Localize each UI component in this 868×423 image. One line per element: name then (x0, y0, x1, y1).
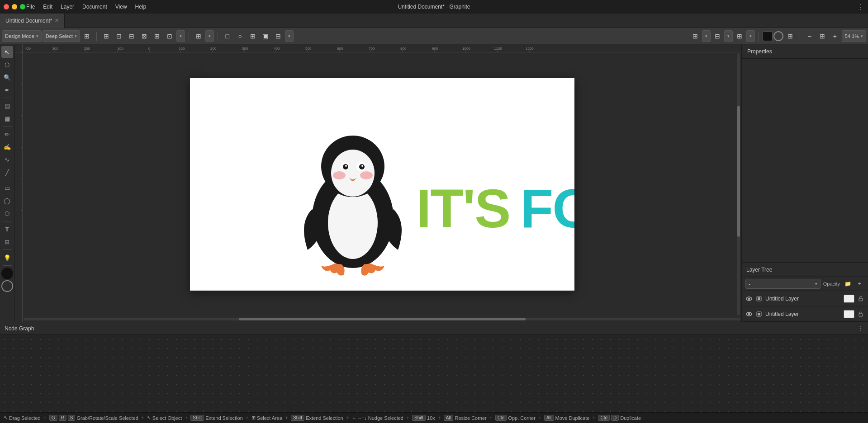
minimize-button[interactable] (12, 4, 17, 9)
svg-text:200: 200 (210, 47, 217, 51)
canvas-area[interactable]: IT'S FOSS (23, 52, 741, 316)
new-folder-icon[interactable]: 📁 (843, 279, 853, 289)
stroke-color-swatch[interactable] (773, 31, 783, 41)
horizontal-scrollbar[interactable] (23, 316, 741, 322)
menu-view[interactable]: View (112, 3, 131, 11)
layer-item-1[interactable]: Untitled Layer (742, 291, 868, 306)
flip-h-btn[interactable]: ⊞ (193, 30, 204, 42)
fill-tool-btn[interactable]: ▤ (1, 100, 13, 112)
overlay-btn[interactable]: ⊟ (711, 30, 723, 42)
freehand-tool-btn[interactable]: ✍ (1, 141, 13, 153)
menu-document[interactable]: Document (79, 3, 111, 11)
blend-mode-dropdown[interactable]: - ▾ (745, 279, 821, 289)
menu-layer[interactable]: Layer (57, 3, 78, 11)
select-tool-btn[interactable]: ↖ (1, 46, 13, 58)
menu-help[interactable]: Help (132, 3, 150, 11)
shift-key-3: Shift (412, 415, 426, 421)
ellipse-tool-btn[interactable]: ◯ (1, 195, 13, 207)
node-graph-area[interactable] (0, 335, 868, 412)
window-controls[interactable] (4, 4, 25, 9)
status-resize: Alt Resize Corner (444, 415, 487, 421)
status-drag: ↖ Drag Selected (4, 415, 41, 421)
ruler-vertical (14, 52, 23, 322)
shape-clip-btn[interactable]: ⊟ (272, 30, 284, 42)
r-key: R (59, 415, 66, 421)
align-more-dropdown[interactable]: ▾ (176, 30, 185, 42)
fill-color-swatch[interactable] (763, 31, 773, 41)
svg-point-60 (748, 313, 750, 315)
select-icon-btn[interactable]: ⊞ (81, 30, 93, 42)
pen-tool-btn[interactable]: ✏ (1, 128, 13, 140)
snap-dropdown[interactable]: ▾ (746, 30, 755, 42)
scrollbar-thumb-v[interactable] (737, 106, 740, 237)
align-top-btn[interactable]: ⊠ (138, 30, 150, 42)
layer-visibility-icon-2[interactable] (745, 310, 753, 318)
area-icon: ⊞ (251, 415, 256, 421)
layer-lock-icon-1[interactable] (857, 295, 864, 302)
zoom-fit-btn[interactable]: ⊞ (816, 30, 828, 42)
menu-edit[interactable]: Edit (39, 3, 56, 11)
node-tool-btn[interactable]: ⬡ (1, 59, 13, 70)
svg-text:600: 600 (337, 47, 343, 51)
polygon-tool-btn[interactable]: ⬡ (1, 207, 13, 219)
zoom-in-btn[interactable]: + (829, 30, 841, 42)
gradient-tool-btn[interactable]: ▦ (1, 113, 13, 124)
layer-lock-icon-2[interactable] (857, 310, 864, 318)
properties-empty (742, 59, 868, 262)
svg-text:0: 0 (148, 47, 151, 51)
zoom-out-btn[interactable]: − (804, 30, 816, 42)
view-mode-dropdown[interactable]: ▾ (702, 30, 711, 42)
svg-text:1000: 1000 (462, 47, 470, 51)
scrollbar-track-h (24, 318, 740, 320)
title-bar-more[interactable]: ⋮ (857, 3, 864, 11)
vertical-scrollbar[interactable] (736, 52, 741, 316)
select-mode-dropdown[interactable]: Deep Select ▾ (43, 30, 80, 42)
canvas-wrapper: -400 -300 -200 -100 0 100 200 (14, 44, 741, 322)
node-graph-more[interactable]: ⋮ (857, 325, 863, 332)
svg-text:IT'S: IT'S (416, 178, 510, 239)
shape-more-dropdown[interactable]: ▾ (285, 30, 294, 42)
shape-ellipse-btn[interactable]: ○ (234, 30, 246, 42)
view-mode-btn[interactable]: ⊞ (689, 30, 701, 42)
rect-tool-btn[interactable]: ▭ (1, 182, 13, 194)
overlay-dropdown[interactable]: ▾ (724, 30, 733, 42)
align-right-btn[interactable]: ⊟ (126, 30, 138, 42)
tab-close-icon[interactable]: ✕ (55, 18, 59, 24)
align-center-h-btn[interactable]: ⊡ (113, 30, 125, 42)
stroke-color-btn[interactable] (1, 280, 13, 292)
layer-item-2[interactable]: Untitled Layer (742, 306, 868, 322)
status-arrows: ←→↑↓ Nudge Selected (352, 415, 403, 421)
snap-btn[interactable]: ⊞ (734, 30, 745, 42)
light-tool-btn[interactable]: 💡 (1, 252, 13, 263)
zoom-level-dropdown[interactable]: 54.1% ▾ (842, 30, 866, 42)
status-select-object: ↖ Select Object (147, 415, 182, 421)
align-bottom-btn[interactable]: ⊡ (164, 30, 175, 42)
drag-icon: ↖ (4, 415, 8, 421)
align-left-btn[interactable]: ⊞ (100, 30, 112, 42)
zoom-tool-btn[interactable]: 🔍 (1, 71, 13, 83)
color-more-dropdown[interactable]: ⊞ (784, 30, 796, 42)
tool-separator-6 (3, 265, 12, 266)
line-tool-btn[interactable]: ╱ (1, 166, 13, 178)
status-grab-keys: G R S Grab/Rotate/Scale Selected (49, 415, 138, 421)
close-button[interactable] (4, 4, 9, 9)
shape-grid-btn[interactable]: ⊞ (247, 30, 259, 42)
text-tool-btn[interactable]: T (1, 223, 13, 235)
shape-frame-btn[interactable]: ▣ (260, 30, 271, 42)
layer-visibility-icon-1[interactable] (745, 295, 753, 302)
flip-more-dropdown[interactable]: ▾ (205, 30, 214, 42)
spline-tool-btn[interactable]: ∿ (1, 154, 13, 165)
select-mode-label: Deep Select (46, 33, 73, 39)
menu-bar[interactable]: File Edit Layer Document View Help (23, 3, 150, 11)
menu-file[interactable]: File (23, 3, 38, 11)
artboard-tool-btn[interactable]: ⊞ (1, 236, 13, 248)
scrollbar-thumb-h[interactable] (239, 318, 526, 320)
eyedropper-tool-btn[interactable]: ✒ (1, 84, 13, 96)
new-layer-icon[interactable]: + (854, 279, 864, 289)
chevron-down-icon: ▾ (75, 34, 77, 38)
document-tab[interactable]: Untitled Document* ✕ (0, 14, 65, 28)
fill-color-btn[interactable] (1, 268, 13, 279)
shape-rect-btn[interactable]: □ (222, 30, 233, 42)
align-center-v-btn[interactable]: ⊞ (151, 30, 163, 42)
design-mode-dropdown[interactable]: Design Mode ▾ (2, 30, 42, 42)
